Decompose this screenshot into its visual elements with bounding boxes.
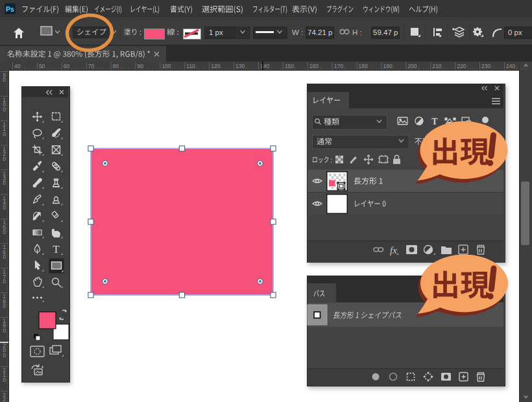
- svg-text:0: 0: [3, 180, 6, 186]
- svg-text:Ps: Ps: [6, 5, 14, 13]
- svg-text:1 px: 1 px: [209, 29, 223, 36]
- svg-text:T: T: [431, 117, 438, 126]
- svg-text:0: 0: [3, 131, 6, 137]
- svg-text:fx: fx: [390, 245, 397, 255]
- svg-text:0: 0: [3, 156, 6, 162]
- svg-text:0: 0: [3, 229, 6, 235]
- svg-text:74.21 p: 74.21 p: [308, 29, 332, 36]
- svg-text:0 px: 0 px: [508, 29, 522, 36]
- svg-text:0: 0: [3, 303, 6, 309]
- svg-text:0: 0: [3, 254, 6, 260]
- svg-text:0: 0: [3, 352, 6, 359]
- svg-text:0: 0: [3, 204, 6, 211]
- svg-text:0: 0: [3, 377, 6, 383]
- svg-text:110: 110: [186, 63, 195, 69]
- svg-text:0: 0: [3, 278, 6, 285]
- svg-text:T: T: [53, 243, 60, 255]
- svg-text:0: 0: [3, 327, 6, 334]
- svg-text:W :: W :: [292, 29, 303, 36]
- svg-text:H :: H :: [352, 29, 362, 36]
- svg-text:0: 0: [3, 106, 6, 113]
- svg-text:59.47 p: 59.47 p: [373, 29, 398, 36]
- svg-text:0: 0: [3, 77, 6, 83]
